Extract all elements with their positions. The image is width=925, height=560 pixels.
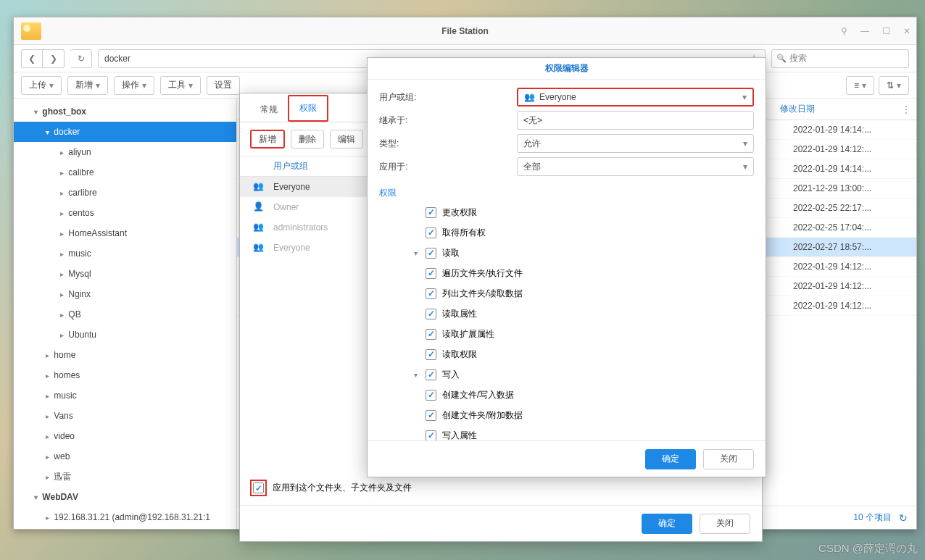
checkbox[interactable]	[426, 268, 436, 279]
checkbox[interactable]	[426, 207, 436, 218]
tool-button[interactable]: 工具▾	[160, 76, 201, 95]
tree-webdav[interactable]: ▾ WebDAV	[14, 487, 236, 507]
users-icon: 👥	[253, 181, 267, 193]
dialog-footer: 确定 关闭	[240, 505, 762, 541]
window-title: File Station	[441, 26, 489, 36]
search-input[interactable]: 搜索	[771, 49, 909, 68]
checkbox[interactable]	[426, 390, 436, 401]
checkbox[interactable]	[426, 227, 436, 238]
action-button[interactable]: 操作▾	[114, 76, 154, 95]
col-date[interactable]: 修改日期	[773, 103, 896, 115]
usergroup-select[interactable]: 👥Everyone▾	[517, 88, 754, 106]
view-list-button[interactable]: ≡ ▾	[846, 76, 874, 95]
sort-button[interactable]: ⇅ ▾	[879, 76, 909, 95]
label-type: 类型:	[379, 138, 517, 150]
collapse-icon[interactable]: ▾	[411, 249, 420, 257]
back-button[interactable]: ❮	[21, 49, 43, 68]
app-icon	[21, 22, 41, 40]
collapse-icon[interactable]: ▾	[411, 371, 420, 379]
tree-root[interactable]: ▾ ghost_box	[14, 101, 236, 122]
tree-item[interactable]: ▸ Nginx	[14, 284, 236, 304]
checkbox[interactable]	[426, 288, 436, 299]
forward-button[interactable]: ❯	[43, 49, 65, 68]
tree-item[interactable]: ▸ home	[14, 345, 236, 365]
users-icon: 👥	[253, 242, 267, 254]
checkbox[interactable]	[426, 430, 436, 441]
checkbox[interactable]	[426, 309, 436, 319]
tree-item[interactable]: ▸ HomeAssistant	[14, 223, 236, 243]
tree-item[interactable]: ▸ music	[14, 243, 236, 264]
tree-item[interactable]: ▸ Vans	[14, 406, 236, 426]
refresh-icon[interactable]: ↻	[899, 512, 908, 524]
applyto-select[interactable]: 全部▾	[517, 157, 754, 176]
users-icon: 👥	[524, 92, 535, 102]
perm-del-button[interactable]: 删除	[291, 130, 324, 149]
tree-item[interactable]: ▸ aliyun	[14, 142, 236, 162]
apply-label: 应用到这个文件夹、子文件夹及文件	[273, 482, 412, 494]
type-select[interactable]: 允许▾	[517, 134, 754, 153]
perm-new-button[interactable]: 新增	[250, 130, 285, 149]
close-button[interactable]: 关闭	[703, 449, 754, 469]
tree-item[interactable]: ▸ Ubuntu	[14, 325, 236, 345]
perm-editor-footer: 确定 关闭	[368, 440, 766, 477]
perm-edit-button[interactable]: 编辑	[330, 130, 363, 149]
tree-item[interactable]: ▸ centos	[14, 203, 236, 223]
settings-button[interactable]: 设置	[207, 76, 240, 95]
tree-item[interactable]: ▸ Mysql	[14, 264, 236, 284]
tree-item[interactable]: ▸ carlibre	[14, 183, 236, 203]
permission-editor-dialog: 权限编辑器 用户或组: 👥Everyone▾ 继承于: <无> 类型: 允许▾ …	[367, 57, 766, 477]
pin-icon[interactable]: ⚲	[841, 26, 847, 36]
tree-item[interactable]: ▸ 迅雷	[14, 467, 236, 487]
tab-permission[interactable]: 权限	[288, 95, 328, 122]
perm-form: 用户或组: 👥Everyone▾ 继承于: <无> 类型: 允许▾ 应用于: 全…	[368, 80, 766, 184]
tree-item[interactable]: ▸ web	[14, 446, 236, 467]
watermark: CSDN @薛定谔の丸	[818, 542, 918, 556]
label-usergroup: 用户或组:	[379, 91, 517, 104]
window-controls: ⚲ — ☐ ✕	[841, 26, 911, 36]
upload-button[interactable]: 上传▾	[21, 76, 62, 95]
checkbox[interactable]	[426, 329, 436, 340]
inherit-input[interactable]: <无>	[517, 111, 754, 130]
item-count: 10 个项目	[853, 511, 892, 524]
tree-item[interactable]: ▸ calibre	[14, 162, 236, 183]
folder-tree: ▾ ghost_box ▾ docker ▸ aliyun▸ calibre▸ …	[14, 99, 237, 529]
perm-section-label: 权限	[368, 184, 766, 202]
user-icon: 👤	[253, 201, 267, 213]
label-applyto: 应用于:	[379, 161, 517, 173]
perm-editor-title: 权限编辑器	[368, 58, 766, 80]
tree-item[interactable]: ▸ QB	[14, 304, 236, 325]
minimize-icon[interactable]: —	[860, 26, 869, 36]
checkbox[interactable]	[426, 248, 436, 259]
label-inherit: 继承于:	[379, 114, 517, 127]
checkbox[interactable]	[426, 410, 436, 421]
ok-button[interactable]: 确定	[642, 514, 692, 534]
tree-item[interactable]: ▸ homes	[14, 365, 236, 385]
close-icon[interactable]: ✕	[903, 26, 911, 36]
checkbox[interactable]	[426, 349, 436, 360]
new-button[interactable]: 新增▾	[67, 76, 108, 95]
tree-docker[interactable]: ▾ docker	[14, 122, 236, 142]
refresh-button[interactable]: ↻	[70, 49, 92, 68]
tree-item[interactable]: ▸ video	[14, 426, 236, 446]
apply-checkbox[interactable]	[253, 482, 264, 493]
checkbox[interactable]	[426, 369, 436, 380]
window-titlebar: File Station ⚲ — ☐ ✕	[14, 17, 916, 45]
close-button[interactable]: 关闭	[700, 514, 750, 534]
col-menu-icon[interactable]: ⋮	[896, 104, 916, 114]
tree-item[interactable]: ▸ music	[14, 385, 236, 406]
ok-button[interactable]: 确定	[645, 449, 696, 469]
perm-tree: 更改权限 取得所有权 ▾读取 遍历文件夹/执行文件 列出文件夹/读取数据 读取属…	[368, 202, 766, 440]
users-icon: 👥	[253, 222, 267, 233]
tab-general[interactable]: 常规	[250, 98, 288, 122]
tree-webdav-child[interactable]: ▸ 192.168.31.21 (admin@192.168.31.21:1	[14, 507, 236, 527]
maximize-icon[interactable]: ☐	[882, 26, 890, 36]
